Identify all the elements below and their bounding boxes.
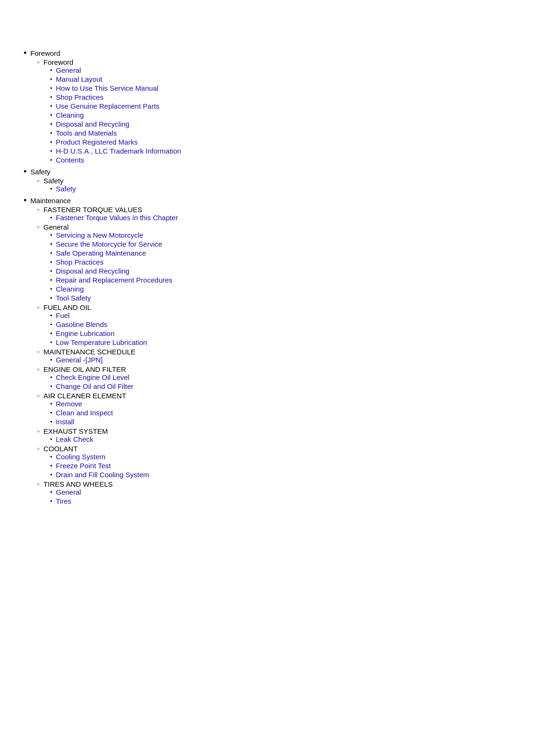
toc-link[interactable]: Contents <box>56 156 84 164</box>
list-item[interactable]: Tires <box>50 497 510 505</box>
list-item[interactable]: Secure the Motorcycle for Service <box>50 240 510 248</box>
list-item[interactable]: Manual Layout <box>50 75 510 83</box>
list-item[interactable]: General -[JPN] <box>50 356 510 364</box>
toc-link[interactable]: Repair and Replacement Procedures <box>56 276 172 284</box>
list-item: SafetySafetySafety <box>24 167 510 193</box>
list-item[interactable]: Cleaning <box>50 285 510 293</box>
toc-link[interactable]: H-D U.S.A., LLC Trademark Information <box>56 147 181 155</box>
list-item: SafetySafety <box>37 177 510 193</box>
toc-link[interactable]: Fastener Torque Values in this Chapter <box>56 214 178 222</box>
toc-link[interactable]: Fuel <box>56 311 69 319</box>
toc-section-label: FUEL AND OIL <box>43 303 91 311</box>
list-item[interactable]: Gasoline Blends <box>50 320 510 328</box>
list-item: TIRES AND WHEELSGeneralTires <box>37 480 510 505</box>
toc-link[interactable]: Leak Check <box>56 435 93 443</box>
toc-link[interactable]: Cleaning <box>56 111 84 119</box>
list-item[interactable]: Safe Operating Maintenance <box>50 249 510 257</box>
list-item[interactable]: Cooling System <box>50 453 510 461</box>
toc-link[interactable]: Disposal and Recycling <box>56 120 129 128</box>
toc-link[interactable]: Clean and Inspect <box>56 409 113 417</box>
toc-section-label: ENGINE OIL AND FILTER <box>43 365 126 373</box>
toc-link[interactable]: Product Registered Marks <box>56 138 137 146</box>
list-item[interactable]: Drain and Fill Cooling System <box>50 471 510 479</box>
toc-link[interactable]: Tools and Materials <box>56 129 117 137</box>
list-item: MAINTENANCE SCHEDULEGeneral -[JPN] <box>37 348 510 364</box>
toc-link[interactable]: Safe Operating Maintenance <box>56 249 146 257</box>
list-item: ForewordForewordGeneralManual LayoutHow … <box>24 48 510 164</box>
toc-section-label: MAINTENANCE SCHEDULE <box>43 348 136 356</box>
list-item[interactable]: Change Oil and Oil Filter <box>50 382 510 390</box>
toc-section-label: FASTENER TORQUE VALUES <box>43 206 142 214</box>
toc-link[interactable]: Cooling System <box>56 453 105 461</box>
toc-link[interactable]: Engine Lubrication <box>56 329 114 337</box>
toc-link[interactable]: Cleaning <box>56 285 84 293</box>
list-item[interactable]: How to Use This Service Manual <box>50 84 510 92</box>
list-item: COOLANTCooling SystemFreeze Point TestDr… <box>37 445 510 479</box>
toc-link[interactable]: General <box>56 66 81 74</box>
list-item[interactable]: General <box>50 488 510 496</box>
toc-root: ForewordForewordGeneralManual LayoutHow … <box>24 48 510 505</box>
toc-section-label: TIRES AND WHEELS <box>43 480 113 488</box>
list-item[interactable]: Product Registered Marks <box>50 138 510 146</box>
toc-link[interactable]: Gasoline Blends <box>56 320 107 328</box>
list-item[interactable]: Servicing a New Motorcycle <box>50 231 510 239</box>
list-item: EXHAUST SYSTEMLeak Check <box>37 427 510 443</box>
list-item[interactable]: Clean and Inspect <box>50 409 510 417</box>
list-item[interactable]: Contents <box>50 156 510 164</box>
list-item[interactable]: Disposal and Recycling <box>50 120 510 128</box>
toc-link[interactable]: Shop Practices <box>56 258 103 266</box>
toc-link[interactable]: Disposal and Recycling <box>56 267 129 275</box>
toc-section-label: AIR CLEANER ELEMENT <box>43 392 126 400</box>
toc-link[interactable]: Remove <box>56 400 82 408</box>
list-item[interactable]: Disposal and Recycling <box>50 267 510 275</box>
toc-section-label: Safety <box>43 177 64 185</box>
list-item[interactable]: Tools and Materials <box>50 129 510 137</box>
toc-link[interactable]: Low Temperature Lubrication <box>56 338 147 346</box>
toc-section-label: General <box>43 223 68 231</box>
list-item[interactable]: Install <box>50 418 510 426</box>
list-item[interactable]: General <box>50 66 510 74</box>
list-item[interactable]: Repair and Replacement Procedures <box>50 276 510 284</box>
list-item[interactable]: Freeze Point Test <box>50 462 510 470</box>
list-item[interactable]: Engine Lubrication <box>50 329 510 337</box>
toc-link[interactable]: Install <box>56 418 74 426</box>
list-item[interactable]: Shop Practices <box>50 93 510 101</box>
toc-link[interactable]: Manual Layout <box>56 75 102 83</box>
toc-link[interactable]: Servicing a New Motorcycle <box>56 231 143 239</box>
toc-link[interactable]: Safety <box>56 185 76 193</box>
list-item[interactable]: Safety <box>50 185 510 193</box>
list-item[interactable]: Remove <box>50 400 510 408</box>
toc-link[interactable]: Drain and Fill Cooling System <box>56 471 149 479</box>
list-item[interactable]: Check Engine Oil Level <box>50 373 510 381</box>
toc-section-label: EXHAUST SYSTEM <box>43 427 108 435</box>
toc-link[interactable]: Secure the Motorcycle for Service <box>56 240 162 248</box>
toc-link[interactable]: Freeze Point Test <box>56 462 110 470</box>
list-item[interactable]: Fastener Torque Values in this Chapter <box>50 214 510 222</box>
list-item: ForewordGeneralManual LayoutHow to Use T… <box>37 58 510 164</box>
list-item[interactable]: Low Temperature Lubrication <box>50 338 510 346</box>
list-item: GeneralServicing a New MotorcycleSecure … <box>37 223 510 302</box>
toc-link[interactable]: How to Use This Service Manual <box>56 84 158 92</box>
list-item: MaintenanceFASTENER TORQUE VALUESFastene… <box>24 196 510 505</box>
list-item[interactable]: Use Genuine Replacement Parts <box>50 102 510 110</box>
toc-link[interactable]: Check Engine Oil Level <box>56 373 129 381</box>
toc-link[interactable]: General <box>56 488 81 496</box>
toc-section-label: Foreword <box>43 58 73 66</box>
list-item[interactable]: H-D U.S.A., LLC Trademark Information <box>50 147 510 155</box>
toc-section-label: COOLANT <box>43 445 78 453</box>
list-item: FUEL AND OILFuelGasoline BlendsEngine Lu… <box>37 303 510 346</box>
toc-link[interactable]: Tool Safety <box>56 294 91 302</box>
list-item[interactable]: Fuel <box>50 311 510 319</box>
list-item[interactable]: Cleaning <box>50 111 510 119</box>
toc-link[interactable]: Change Oil and Oil Filter <box>56 382 133 390</box>
toc-link[interactable]: General -[JPN] <box>56 356 102 364</box>
list-item[interactable]: Tool Safety <box>50 294 510 302</box>
list-item[interactable]: Shop Practices <box>50 258 510 266</box>
list-item: ENGINE OIL AND FILTERCheck Engine Oil Le… <box>37 365 510 390</box>
toc-link[interactable]: Tires <box>56 497 71 505</box>
list-item[interactable]: Leak Check <box>50 435 510 443</box>
list-item: FASTENER TORQUE VALUESFastener Torque Va… <box>37 206 510 222</box>
toc-link[interactable]: Use Genuine Replacement Parts <box>56 102 159 110</box>
toc-top-label: Foreword <box>30 49 60 57</box>
toc-link[interactable]: Shop Practices <box>56 93 103 101</box>
